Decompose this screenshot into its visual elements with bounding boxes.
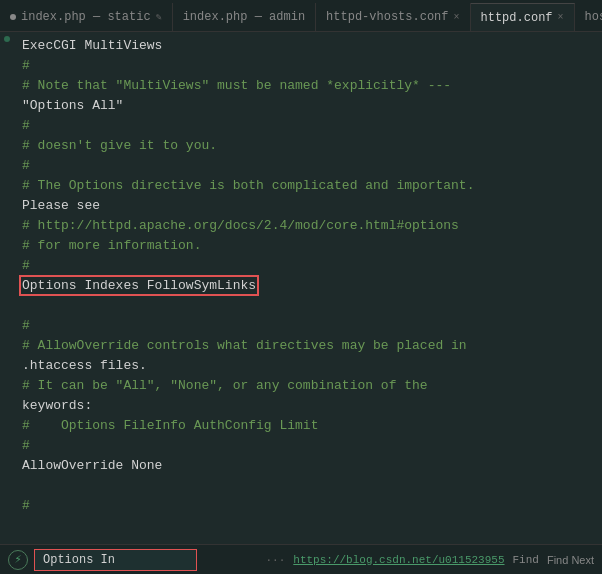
tab-label: hosts (585, 10, 602, 24)
code-line (22, 476, 594, 496)
code-line: keywords: (22, 396, 594, 416)
code-line: # The Options directive is both complica… (22, 176, 594, 196)
tab-close-icon[interactable]: × (558, 12, 564, 23)
comment-text: # (22, 438, 30, 453)
editor-area: ExecCGI MultiViews## Note that "MultiVie… (0, 32, 602, 544)
code-line: # doesn't give it to you. (22, 136, 594, 156)
code-line: # (22, 256, 594, 276)
code-line: # Note that "MultiViews" must be named *… (22, 76, 594, 96)
comment-text: # http://httpd.apache.org/docs/2.4/mod/c… (22, 218, 459, 233)
code-line: # (22, 156, 594, 176)
code-line: # for more information. (22, 236, 594, 256)
tab-pencil-icon: ✎ (156, 11, 162, 23)
code-line: # (22, 316, 594, 336)
code-line: # (22, 496, 594, 516)
comment-text: # (22, 58, 30, 73)
tab-index-static[interactable]: index.php — static ✎ (0, 3, 173, 31)
tab-dot (10, 14, 16, 20)
code-line: # (22, 116, 594, 136)
status-left: ⚡ (8, 549, 257, 571)
comment-text: # AllowOverride controls what directives… (22, 338, 467, 353)
code-line: Options Indexes FollowSymLinks (22, 276, 594, 296)
status-power-icon: ⚡ (8, 550, 28, 570)
comment-text: # (22, 498, 30, 513)
code-line: "Options All" (22, 96, 594, 116)
code-line: # (22, 56, 594, 76)
code-line: .htaccess files. (22, 356, 594, 376)
code-line: # Options FileInfo AuthConfig Limit (22, 416, 594, 436)
tab-label: httpd-vhosts.conf (326, 10, 448, 24)
code-line (22, 296, 594, 316)
highlighted-text: Options Indexes FollowSymLinks (22, 278, 256, 293)
comment-text: # It can be "All", "None", or any combin… (22, 378, 428, 393)
tab-index-admin[interactable]: index.php — admin (173, 3, 316, 31)
comment-text: # The Options directive is both complica… (22, 178, 474, 193)
comment-text: # for more information. (22, 238, 201, 253)
code-line: # (22, 436, 594, 456)
code-line: ExecCGI MultiViews (22, 36, 594, 56)
status-url[interactable]: https://blog.csdn.net/u011523955 (293, 554, 504, 566)
tab-bar: index.php — static ✎ index.php — admin h… (0, 0, 602, 32)
dots-separator: ··· (265, 554, 285, 566)
comment-text: # (22, 318, 30, 333)
find-label: Find (513, 554, 539, 566)
comment-text: # (22, 118, 30, 133)
tab-httpd-vhosts[interactable]: httpd-vhosts.conf × (316, 3, 470, 31)
tab-httpd-conf[interactable]: httpd.conf × (471, 3, 575, 31)
status-bar: ⚡ ··· https://blog.csdn.net/u011523955 F… (0, 544, 602, 574)
tab-hosts[interactable]: hosts (575, 3, 602, 31)
find-next-button[interactable]: Find Next (547, 554, 594, 566)
code-line: # http://httpd.apache.org/docs/2.4/mod/c… (22, 216, 594, 236)
code-line: # It can be "All", "None", or any combin… (22, 376, 594, 396)
tab-label: index.php — admin (183, 10, 305, 24)
tab-close-icon[interactable]: × (454, 12, 460, 23)
code-line: # AllowOverride controls what directives… (22, 336, 594, 356)
code-editor[interactable]: ExecCGI MultiViews## Note that "MultiVie… (14, 32, 602, 544)
comment-text: # Note that "MultiViews" must be named *… (22, 78, 451, 93)
code-line: Please see (22, 196, 594, 216)
status-right: https://blog.csdn.net/u011523955 Find Fi… (293, 554, 594, 566)
find-input[interactable] (34, 549, 197, 571)
code-line: AllowOverride None (22, 456, 594, 476)
comment-text: # Options FileInfo AuthConfig Limit (22, 418, 318, 433)
gutter-dot (4, 36, 10, 42)
comment-text: # (22, 258, 30, 273)
comment-text: # doesn't give it to you. (22, 138, 217, 153)
comment-text: # (22, 158, 30, 173)
tab-label: httpd.conf (481, 11, 553, 25)
editor-gutter (0, 32, 14, 544)
tab-label: index.php — static (21, 10, 151, 24)
